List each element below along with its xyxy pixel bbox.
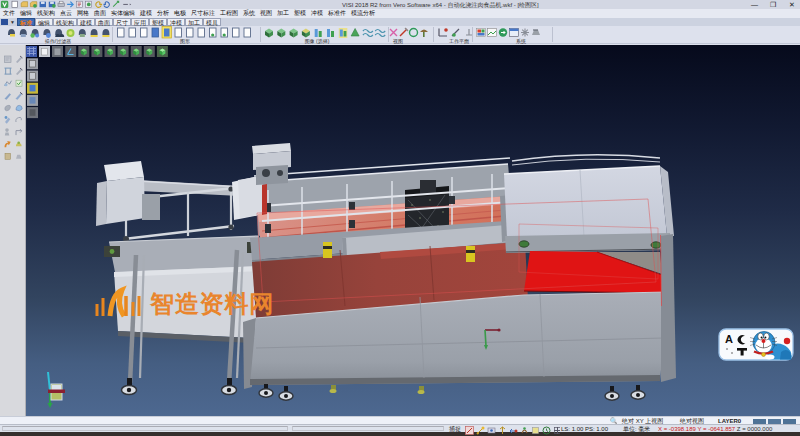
svg-text:A: A [725,333,733,345]
svg-text:智造资料网: 智造资料网 [149,290,274,317]
